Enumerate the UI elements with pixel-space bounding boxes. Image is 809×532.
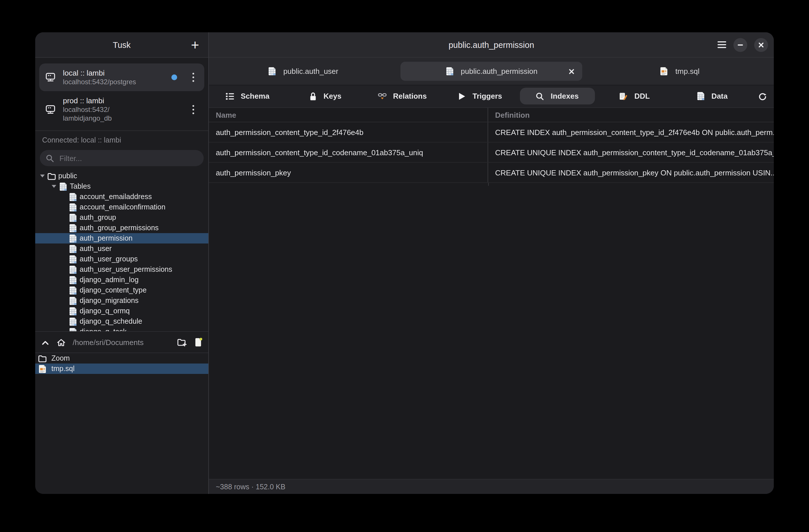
file-item-tmp.sql[interactable]: tmp.sql bbox=[35, 363, 208, 374]
toolbar-item-relations[interactable]: Relations bbox=[365, 88, 440, 104]
tree-item-label: auth_user bbox=[80, 245, 111, 253]
tab-public.auth_user[interactable]: public.auth_user bbox=[212, 62, 394, 81]
tree-item-auth_user[interactable]: auth_user bbox=[35, 243, 208, 254]
sidebar-filler bbox=[35, 374, 208, 494]
ddl-icon bbox=[619, 92, 628, 100]
table-row[interactable]: auth_permission_content_type_id_codename… bbox=[209, 142, 774, 163]
tab-close-icon[interactable] bbox=[568, 68, 574, 74]
caret-down-icon[interactable] bbox=[40, 174, 46, 178]
connected-status-dot bbox=[171, 74, 177, 80]
new-file-button[interactable] bbox=[194, 338, 203, 347]
screen: Tusk + local :: lambi localhost:5432/pos… bbox=[0, 0, 809, 532]
tab-label: tmp.sql bbox=[675, 67, 700, 75]
tree-item-Tables[interactable]: Tables bbox=[35, 181, 208, 192]
tree-item-django_content_type[interactable]: django_content_type bbox=[35, 285, 208, 295]
connection-host-line1: localhost:5432/ bbox=[63, 106, 111, 114]
connection-host-line2: lambidjango_db bbox=[63, 114, 111, 123]
tree-item-label: account_emailconfirmation bbox=[80, 203, 165, 211]
new-folder-icon bbox=[177, 338, 187, 346]
tree-item-label: auth_group_permissions bbox=[80, 224, 159, 232]
index-name-cell: auth_permission_content_type_id_2f476e4b bbox=[209, 122, 488, 142]
tree-item-label: public bbox=[58, 172, 77, 180]
relations-icon bbox=[378, 92, 386, 100]
column-header-name[interactable]: Name bbox=[209, 108, 488, 122]
caret-down-icon[interactable] bbox=[51, 185, 57, 188]
toolbar-item-schema[interactable]: Schema bbox=[210, 88, 285, 104]
hamburger-menu-button[interactable] bbox=[717, 41, 726, 49]
tree-item-django_migrations[interactable]: django_migrations bbox=[35, 295, 208, 306]
table-icon bbox=[268, 67, 276, 75]
new-folder-button[interactable] bbox=[177, 338, 187, 346]
tree-item-auth_permission[interactable]: auth_permission bbox=[35, 233, 208, 243]
schema-icon bbox=[226, 92, 234, 100]
tree-item-account_emailconfirmation[interactable]: account_emailconfirmation bbox=[35, 202, 208, 212]
tree-item-auth_group_permissions[interactable]: auth_group_permissions bbox=[35, 223, 208, 233]
close-button[interactable] bbox=[754, 38, 768, 52]
tree-item-django_q_ormq[interactable]: django_q_ormq bbox=[35, 306, 208, 316]
toolbar-item-keys[interactable]: Keys bbox=[287, 88, 362, 104]
filter-input[interactable] bbox=[58, 153, 198, 163]
folder-up-button[interactable] bbox=[41, 339, 50, 346]
tree-item-django_q_task[interactable]: django_q_task bbox=[35, 327, 208, 331]
toolbar-item-indexes[interactable]: Indexes bbox=[520, 88, 595, 104]
toolbar-item-data[interactable]: Data bbox=[674, 88, 750, 104]
toolbar-item-label: Triggers bbox=[472, 92, 502, 100]
add-connection-button[interactable]: + bbox=[186, 36, 204, 53]
tab-label: public.auth_permission bbox=[461, 67, 537, 75]
connection-host: localhost:5432/postgres bbox=[63, 78, 136, 86]
tree-item-label: Tables bbox=[70, 182, 91, 190]
connection-name: prod :: lambi bbox=[63, 96, 111, 106]
tab-label: public.auth_user bbox=[283, 67, 339, 75]
table-icon bbox=[69, 192, 77, 201]
tree-item-label: django_migrations bbox=[80, 296, 138, 305]
tree-item-label: auth_group bbox=[80, 213, 116, 222]
schema-tree: publicTablesaccount_emailaddressaccount_… bbox=[35, 171, 208, 331]
tree-item-account_emailaddress[interactable]: account_emailaddress bbox=[35, 192, 208, 202]
search-icon bbox=[46, 154, 54, 162]
table-row[interactable]: auth_permission_pkeyCREATE UNIQUE INDEX … bbox=[209, 163, 774, 183]
indexes-icon bbox=[536, 91, 545, 101]
minimize-button[interactable] bbox=[734, 38, 747, 52]
tab-public.auth_permission[interactable]: public.auth_permission bbox=[401, 62, 582, 81]
index-name-cell: auth_permission_pkey bbox=[209, 163, 488, 182]
sidebar: Tusk + local :: lambi localhost:5432/pos… bbox=[35, 32, 209, 494]
table-body: auth_permission_content_type_id_2f476e4b… bbox=[209, 122, 774, 183]
toolbar-item-label: Indexes bbox=[551, 92, 579, 100]
table-icon bbox=[69, 317, 77, 326]
tree-item-auth_user_user_permissions[interactable]: auth_user_user_permissions bbox=[35, 264, 208, 275]
tree-item-public[interactable]: public bbox=[35, 171, 208, 181]
main-area: public.auth_permission public.auth_userp… bbox=[209, 32, 774, 494]
home-button[interactable] bbox=[56, 338, 66, 346]
tree-item-label: account_emailaddress bbox=[80, 193, 152, 201]
file-browser-toolbar: /home/sri/Documents bbox=[35, 331, 208, 353]
file-item-label: Zoom bbox=[51, 354, 70, 362]
close-icon bbox=[757, 41, 765, 49]
table-row[interactable]: auth_permission_content_type_id_2f476e4b… bbox=[209, 122, 774, 142]
table-icon bbox=[69, 307, 77, 315]
toolbar-item-label: DDL bbox=[634, 92, 650, 100]
tree-item-django_admin_log[interactable]: django_admin_log bbox=[35, 275, 208, 285]
tab-tmp.sql[interactable]: tmp.sql bbox=[589, 62, 770, 81]
connection-name: local :: lambi bbox=[63, 68, 136, 78]
connection-item-prod[interactable]: prod :: lambi localhost:5432/ lambidjang… bbox=[39, 95, 204, 125]
tree-item-label: django_admin_log bbox=[80, 276, 138, 284]
hamburger-icon bbox=[717, 41, 726, 49]
table-icon bbox=[445, 67, 454, 75]
file-item-Zoom[interactable]: Zoom bbox=[35, 353, 208, 363]
window-controls bbox=[717, 32, 768, 57]
table-icon bbox=[69, 327, 77, 331]
tree-item-django_q_schedule[interactable]: django_q_schedule bbox=[35, 316, 208, 327]
chevron-up-icon bbox=[41, 339, 50, 346]
column-header-definition[interactable]: Definition bbox=[488, 108, 774, 122]
connection-item-local[interactable]: local :: lambi localhost:5432/postgres bbox=[39, 64, 204, 91]
toolbar-item-ddl[interactable]: DDL bbox=[597, 88, 672, 104]
tree-item-auth_group[interactable]: auth_group bbox=[35, 212, 208, 223]
index-definition-cell: CREATE UNIQUE INDEX auth_permission_cont… bbox=[488, 142, 774, 162]
table-icon bbox=[69, 255, 77, 263]
connection-menu-icon[interactable] bbox=[188, 69, 199, 86]
connection-menu-icon[interactable] bbox=[188, 101, 199, 118]
tree-item-auth_user_groups[interactable]: auth_user_groups bbox=[35, 254, 208, 264]
refresh-button[interactable] bbox=[751, 85, 774, 107]
index-name-cell: auth_permission_content_type_id_codename… bbox=[209, 142, 488, 162]
toolbar-item-triggers[interactable]: Triggers bbox=[442, 88, 517, 104]
